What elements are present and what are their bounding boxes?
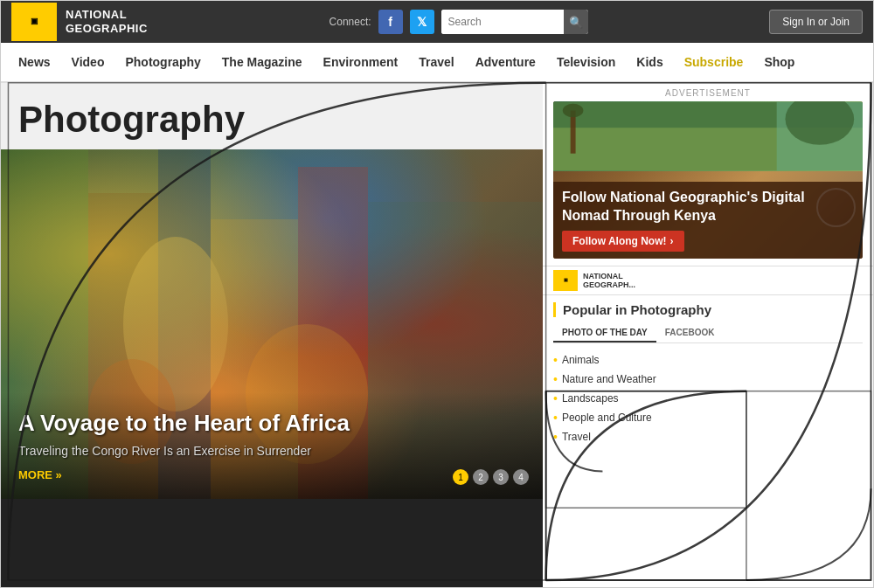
- svg-point-14: [563, 104, 584, 118]
- popular-title: Popular in Photography: [553, 302, 863, 317]
- dot-4[interactable]: 4: [513, 469, 529, 485]
- small-logo-area: ▣ NATIONAL GEOGRAPH...: [543, 266, 873, 295]
- tab-facebook[interactable]: FACEBOOK: [656, 324, 724, 342]
- popular-section: Popular in Photography PHOTO OF THE DAY …: [543, 295, 873, 588]
- nav-item-environment[interactable]: Environment: [313, 42, 409, 82]
- hero-column: Photography A Voyage to the He: [1, 83, 543, 588]
- search-bar: 🔍: [441, 10, 588, 34]
- nav-item-adventure[interactable]: Adventure: [465, 42, 546, 82]
- page-title: Photography: [1, 83, 543, 149]
- tab-photo-of-day[interactable]: PHOTO OF THE DAY: [553, 324, 656, 342]
- hero-article-title: A Voyage to the Heart of Africa: [18, 410, 525, 437]
- list-item[interactable]: People and Culture: [553, 408, 863, 427]
- hero-image: A Voyage to the Heart of Africa Travelin…: [1, 149, 543, 499]
- nav-item-travel[interactable]: Travel: [408, 42, 464, 82]
- ad-section: ADVERTISEMENT: [543, 83, 873, 266]
- list-item[interactable]: Nature and Weather: [553, 370, 863, 389]
- popular-list: Animals Nature and Weather Landscapes Pe…: [553, 350, 863, 446]
- connect-label: Connect:: [329, 16, 371, 28]
- nav-item-video[interactable]: Video: [61, 42, 115, 82]
- main-content: Photography A Voyage to the He: [1, 83, 873, 588]
- hero-pagination: 1 2 3 4: [453, 469, 529, 485]
- nav-item-kids[interactable]: Kids: [626, 42, 673, 82]
- dot-3[interactable]: 3: [493, 469, 509, 485]
- nav-item-subscribe[interactable]: Subscribe: [674, 42, 754, 82]
- popular-tabs: PHOTO OF THE DAY FACEBOOK: [553, 324, 863, 343]
- nav-item-photography[interactable]: Photography: [114, 42, 211, 82]
- nav-item-shop[interactable]: Shop: [753, 42, 805, 82]
- hero-more-link[interactable]: MORE »: [18, 468, 525, 481]
- top-center-controls: Connect: f 𝕏 🔍: [329, 10, 588, 34]
- nav-item-television[interactable]: Television: [546, 42, 626, 82]
- list-item[interactable]: Animals: [553, 350, 863, 370]
- search-button[interactable]: 🔍: [564, 10, 588, 34]
- small-logo-text-2: GEOGRAPH...: [583, 280, 635, 289]
- ad-text: Follow National Geographic's Digital Nom…: [562, 189, 854, 225]
- dot-2[interactable]: 2: [473, 469, 489, 485]
- logo-icon: ▣: [11, 3, 57, 41]
- logo-area: ▣ NATIONAL GEOGRAPHIC: [11, 3, 148, 41]
- search-input[interactable]: [441, 10, 564, 34]
- hero-article-subtitle: Traveling the Congo River Is an Exercise…: [18, 444, 525, 458]
- dot-1[interactable]: 1: [453, 469, 468, 485]
- sign-in-button[interactable]: Sign In or Join: [769, 10, 863, 34]
- ad-follow-button[interactable]: Follow Along Now! ›: [562, 231, 684, 252]
- list-item[interactable]: Landscapes: [553, 389, 863, 408]
- ad-label: ADVERTISEMENT: [553, 88, 863, 98]
- list-item[interactable]: Travel: [553, 427, 863, 446]
- nav-bar: News Video Photography The Magazine Envi…: [1, 43, 873, 83]
- small-logo-text-1: NATIONAL: [583, 272, 635, 280]
- small-logo-icon: ▣: [553, 270, 578, 291]
- logo-text: NATIONAL GEOGRAPHIC: [66, 8, 148, 35]
- nav-item-magazine[interactable]: The Magazine: [212, 42, 313, 82]
- top-header-bar: ▣ NATIONAL GEOGRAPHIC Connect: f 𝕏 🔍 Sig…: [1, 1, 873, 43]
- ad-card: Follow National Geographic's Digital Nom…: [553, 101, 863, 259]
- twitter-button[interactable]: 𝕏: [410, 10, 434, 34]
- nav-item-news[interactable]: News: [8, 42, 61, 82]
- ad-content: Follow National Geographic's Digital Nom…: [553, 182, 863, 259]
- right-column: ADVERTISEMENT: [543, 83, 873, 588]
- facebook-button[interactable]: f: [378, 10, 403, 34]
